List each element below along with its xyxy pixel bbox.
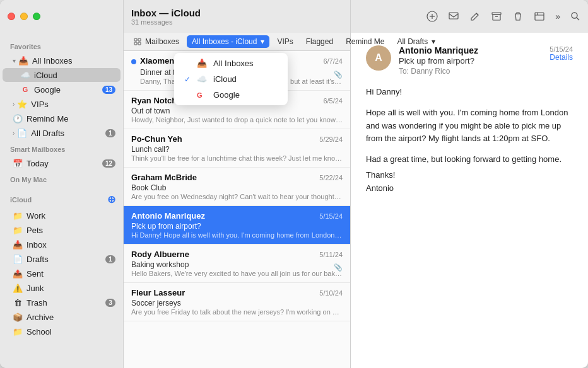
junk-icon: ⚠️: [13, 283, 23, 293]
tabs-bar: Mailboxes All Inboxes - iCloud ▾ VIPs Fl…: [124, 33, 350, 51]
sidebar-item-all-drafts[interactable]: › 📄 All Drafts 1: [3, 126, 121, 140]
mail-item[interactable]: Rody Albuerne 5/11/24 Baking workshop He…: [124, 244, 350, 283]
dropdown-icloud[interactable]: ✓ ☁️ iCloud: [177, 71, 285, 87]
icloud-icon: ☁️: [20, 70, 30, 80]
mail-subject: Soccer jerseys: [131, 299, 343, 308]
today-label: Today: [26, 159, 102, 168]
sidebar-item-sent[interactable]: 📤 Sent: [3, 267, 121, 280]
flagged-tab[interactable]: Flagged: [301, 35, 338, 48]
inbox-folder-icon: 📥: [13, 239, 23, 250]
on-my-mac-header: On My Mac: [0, 171, 123, 186]
archive-label: Archive: [26, 313, 115, 322]
mail-preview: Hello Bakers, We're very excited to have…: [131, 270, 343, 277]
move-icon[interactable]: [534, 11, 545, 22]
mailboxes-tab[interactable]: Mailboxes: [129, 35, 184, 48]
email-to: To: Danny Rico: [399, 67, 478, 76]
new-message-icon[interactable]: [426, 11, 438, 22]
all-inboxes-icon: 📥: [18, 55, 28, 66]
google-icon: G: [20, 84, 30, 95]
vips-tab-label: VIPs: [277, 37, 293, 46]
sidebar-item-google[interactable]: G Google 13: [3, 83, 121, 96]
all-drafts-label: All Drafts: [31, 129, 105, 138]
all-inboxes-dropdown-icon: 📥: [197, 59, 208, 68]
google-dropdown-icon: G: [197, 91, 208, 99]
trash-icon[interactable]: [512, 11, 524, 22]
all-drafts-icon: 📄: [17, 128, 27, 138]
sidebar-item-pets[interactable]: 📁 Pets: [3, 223, 121, 237]
body-line-2: Hope all is well with you. I'm coming ho…: [366, 106, 573, 146]
sidebar-item-remind-me[interactable]: 🕐 Remind Me: [3, 112, 121, 125]
vips-tab[interactable]: VIPs: [272, 35, 298, 48]
mail-subject: Pick up from airport?: [131, 222, 343, 231]
remind-me-label: Remind Me: [26, 114, 115, 124]
pets-folder-icon: 📁: [13, 225, 23, 235]
sidebar-item-drafts[interactable]: 📄 Drafts 1: [3, 252, 121, 266]
sidebar-item-archive[interactable]: 📦 Archive: [3, 310, 121, 324]
add-mailbox-icon[interactable]: ⊕: [107, 193, 115, 205]
mail-subject: Book Club: [131, 183, 343, 192]
email-date: 5/15/24: [550, 45, 573, 53]
mail-date: 5/11/24: [319, 251, 343, 258]
today-badge: 12: [102, 159, 115, 168]
attachment-icon: 📎: [334, 263, 343, 272]
message-count: 31 messages: [131, 18, 343, 26]
school-label: School: [26, 327, 115, 336]
sidebar-item-today[interactable]: 📅 Today 12: [3, 156, 121, 170]
svg-rect-10: [134, 38, 137, 41]
sidebar-item-junk[interactable]: ⚠️ Junk: [3, 281, 121, 295]
mail-preview: Are you free on Wednesday night? Can't w…: [131, 193, 343, 200]
avatar-initial: A: [375, 52, 382, 64]
edit-icon[interactable]: [469, 11, 481, 22]
svg-line-9: [577, 18, 579, 20]
sidebar-item-trash[interactable]: 🗑 Trash 3: [3, 296, 121, 309]
remind-me-tab[interactable]: Remind Me: [341, 35, 389, 48]
remind-me-tab-label: Remind Me: [346, 37, 384, 46]
chevron-down-icon: ▾: [13, 57, 16, 64]
dropdown-icloud-label: iCloud: [213, 74, 237, 84]
sidebar-item-inbox[interactable]: 📥 Inbox: [3, 238, 121, 251]
close-button[interactable]: [8, 13, 15, 20]
vips-label: VIPs: [31, 100, 115, 109]
dropdown-all-inboxes[interactable]: 📥 All Inboxes: [177, 55, 285, 71]
drafts-badge: 1: [105, 255, 115, 263]
minimize-button[interactable]: [20, 13, 28, 20]
all-inboxes-icloud-tab[interactable]: All Inboxes - iCloud ▾: [187, 35, 269, 48]
all-drafts-tab[interactable]: All Drafts ▾: [392, 35, 441, 48]
dropdown-arrow-icon: ▾: [261, 37, 264, 46]
sidebar-item-icloud[interactable]: ☁️ iCloud: [3, 68, 121, 82]
svg-rect-7: [535, 13, 544, 20]
traffic-lights: [8, 13, 40, 20]
sidebar-item-work[interactable]: 📁 Work: [3, 209, 121, 222]
body-line-3: Had a great time, but looking forward to…: [366, 153, 573, 166]
archive-icon[interactable]: [491, 11, 502, 22]
mail-item[interactable]: Po-Chun Yeh 5/29/24 Lunch call? Think yo…: [124, 129, 350, 168]
mail-preview: Howdy, Neighbor, Just wanted to drop a q…: [131, 116, 343, 124]
mail-item-selected[interactable]: Antonio Manriquez 5/15/24 Pick up from a…: [124, 206, 350, 244]
compose-icon[interactable]: [448, 11, 459, 22]
sidebar-item-school[interactable]: 📁 School: [3, 325, 121, 338]
body-line-1: Hi Danny!: [366, 86, 573, 99]
dropdown-google[interactable]: G Google: [177, 87, 285, 103]
maximize-button[interactable]: [33, 13, 40, 20]
mail-date: 5/29/24: [319, 135, 343, 143]
body-line-5: Antonio: [366, 182, 573, 195]
school-folder-icon: 📁: [13, 326, 23, 336]
search-icon[interactable]: [570, 11, 580, 21]
mail-item[interactable]: Graham McBride 5/22/24 Book Club Are you…: [124, 168, 350, 206]
icloud-label: iCloud: [34, 71, 115, 80]
more-icon[interactable]: »: [555, 11, 560, 21]
today-icon: 📅: [13, 158, 23, 168]
check-icloud-icon: ✓: [184, 75, 194, 84]
sidebar-item-all-inboxes[interactable]: ▾ 📥 All Inboxes: [3, 54, 121, 67]
archive-folder-icon: 📦: [13, 312, 23, 322]
mail-preview: Are you free Friday to talk about the ne…: [131, 308, 343, 316]
svg-rect-5: [493, 14, 500, 20]
sidebar-item-vips[interactable]: › ⭐ VIPs: [3, 97, 121, 111]
mail-item[interactable]: Fleur Lasseur 5/10/24 Soccer jerseys Are…: [124, 283, 350, 321]
details-link[interactable]: Details: [550, 53, 573, 62]
smart-mailboxes-header: Smart Mailboxes: [0, 141, 123, 156]
mail-sender: Po-Chun Yeh: [131, 134, 182, 144]
mail-sender: Xiaomeng: [140, 56, 179, 66]
all-inboxes-tab-label: All Inboxes - iCloud: [192, 37, 257, 46]
google-badge: 13: [102, 86, 115, 94]
